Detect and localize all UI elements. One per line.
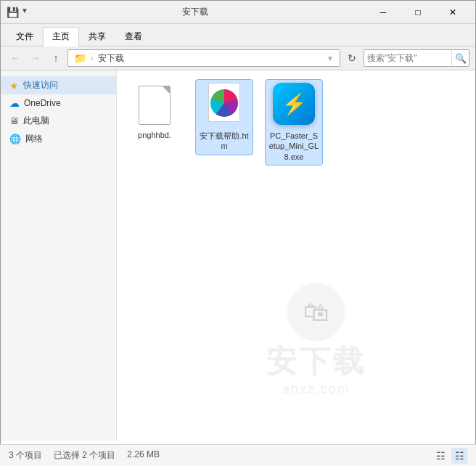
- address-input[interactable]: 📁 › 安下载 ▼: [67, 49, 340, 67]
- sidebar-label-onedrive: OneDrive: [24, 98, 61, 108]
- files-grid: pnghhbd. 安下载帮助.htm: [126, 79, 467, 165]
- title-bar-controls: ─ □ ✕: [366, 1, 469, 24]
- address-folder-icon: 📁: [74, 52, 86, 64]
- file-area: pnghhbd. 安下载帮助.htm: [117, 70, 475, 441]
- file-label-pnghhbd: pnghhbd.: [138, 130, 171, 140]
- sidebar: ★ 快速访问 ☁ OneDrive 🖥 此电脑 🌐 网络: [1, 70, 117, 441]
- sidebar-label-quickaccess: 快速访问: [23, 79, 58, 91]
- watermark: 🛍 安下载 anxz.com: [266, 283, 366, 397]
- file-item-pnghhbd[interactable]: pnghhbd.: [126, 79, 184, 143]
- watermark-en-text: anxz.com: [282, 382, 350, 397]
- watermark-cn-text: 安下载: [266, 341, 366, 382]
- sidebar-label-network: 网络: [25, 133, 43, 145]
- address-separator: ›: [91, 54, 94, 62]
- tiles-view-button[interactable]: ☷: [451, 448, 467, 464]
- up-button[interactable]: ↑: [47, 49, 65, 67]
- file-item-htm[interactable]: 安下载帮助.htm: [195, 79, 253, 155]
- sidebar-label-thispc: 此电脑: [23, 115, 49, 127]
- search-container[interactable]: 🔍: [364, 49, 469, 67]
- ribbon-tabs: 文件 主页 共享 查看: [1, 24, 475, 46]
- selected-items-label: 已选择 2 个项目: [54, 449, 115, 462]
- sidebar-item-thispc[interactable]: 🖥 此电脑: [1, 112, 116, 130]
- total-items-label: 3 个项目: [9, 449, 42, 462]
- tiles-view-icon: ☷: [455, 450, 464, 462]
- sidebar-item-quickaccess[interactable]: ★ 快速访问: [1, 76, 116, 94]
- ribbon: 文件 主页 共享 查看: [1, 24, 475, 46]
- exe-file-icon: ⚡: [275, 83, 313, 129]
- window-title: 安下载: [24, 6, 366, 18]
- file-label-htm: 安下载帮助.htm: [199, 131, 250, 152]
- sidebar-item-onedrive[interactable]: ☁ OneDrive: [1, 94, 116, 112]
- minimize-button[interactable]: ─: [366, 1, 400, 24]
- status-left: 3 个项目 已选择 2 个项目 2.26 MB: [9, 449, 421, 462]
- htm-file-icon: [205, 83, 243, 129]
- back-button[interactable]: ←: [7, 49, 24, 67]
- details-view-icon: ☷: [436, 450, 446, 462]
- forward-button[interactable]: →: [27, 49, 44, 67]
- title-bar-left-icons: 💾 ▼: [7, 7, 18, 18]
- title-bar: 💾 ▼ 安下载 ─ □ ✕: [1, 1, 475, 24]
- status-bar: 3 个项目 已选择 2 个项目 2.26 MB ☷ ☷: [0, 444, 476, 466]
- sidebar-item-network[interactable]: 🌐 网络: [1, 130, 116, 148]
- search-input[interactable]: [364, 52, 451, 65]
- title-bar-icons: 💾 ▼: [7, 7, 18, 18]
- watermark-bag-icon: 🛍: [303, 297, 329, 327]
- maximize-button[interactable]: □: [401, 1, 435, 24]
- address-chevron-icon: ▼: [327, 54, 334, 62]
- tab-share[interactable]: 共享: [79, 27, 115, 46]
- watermark-bag: 🛍: [287, 283, 345, 341]
- file-item-exe[interactable]: ⚡ PC_Faster_Setup_Mini_GL8.exe: [265, 79, 323, 165]
- star-icon: ★: [9, 80, 19, 91]
- tab-home[interactable]: 主页: [43, 27, 79, 46]
- network-icon: 🌐: [9, 134, 21, 144]
- tab-file[interactable]: 文件: [7, 27, 43, 46]
- size-label: 2.26 MB: [127, 449, 160, 462]
- refresh-button[interactable]: ↻: [343, 49, 361, 67]
- search-button[interactable]: 🔍: [451, 49, 469, 67]
- details-view-button[interactable]: ☷: [432, 448, 448, 464]
- cloud-icon: ☁: [9, 97, 20, 109]
- address-bar: ← → ↑ 📁 › 安下载 ▼ ↻ 🔍: [1, 46, 475, 70]
- address-path: 安下载: [98, 52, 124, 65]
- blank-file-icon: [136, 82, 173, 128]
- tab-view[interactable]: 查看: [115, 27, 152, 46]
- file-label-exe: PC_Faster_Setup_Mini_GL8.exe: [268, 131, 319, 162]
- pc-icon: 🖥: [9, 115, 19, 126]
- save-icon: 💾: [7, 7, 18, 18]
- lightning-icon: ⚡: [282, 92, 307, 116]
- close-button[interactable]: ✕: [436, 1, 469, 24]
- status-right: ☷ ☷: [432, 448, 467, 464]
- main-layout: ★ 快速访问 ☁ OneDrive 🖥 此电脑 🌐 网络 pnghhbd.: [1, 70, 475, 441]
